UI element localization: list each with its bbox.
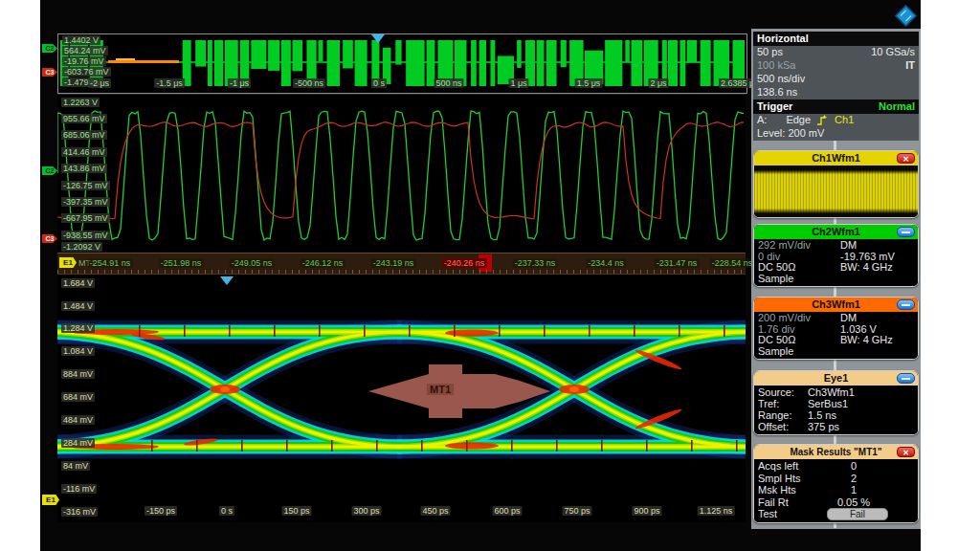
trigger-src-label: A:	[757, 114, 767, 127]
signal-info-row: 200 mV/divDM	[754, 313, 918, 324]
ch2-panel-header[interactable]: Ch2Wfm1	[754, 225, 918, 239]
axis-label: 1.4402 V	[62, 35, 100, 45]
axis-label: -234.4 ns	[586, 258, 626, 268]
axis-label: -150 ps	[145, 506, 177, 516]
timebar-tickmarks	[57, 270, 746, 274]
ch1-panel-title: Ch1Wfm1	[812, 152, 860, 164]
mask-results-panel: Mask Results "MT1" ✕ Acqs left0Smpl Hts2…	[753, 444, 919, 523]
axis-label: -316 mV	[61, 507, 98, 517]
axis-label: 450 ps	[420, 506, 450, 516]
axis-label: -251.98 ns	[159, 258, 204, 268]
axis-label: 684 mV	[61, 392, 95, 402]
ch3-panel-header[interactable]: Ch3Wfm1	[754, 298, 918, 312]
signal-info-row: DC 50ΩBW: 4 GHz	[754, 262, 918, 274]
horizontal-panel: Horizontal 50 ps 10 GSa/s 100 kSa IT 500…	[753, 32, 919, 99]
signal-info-row: 292 mV/divDM	[754, 240, 918, 252]
mask-panel-body: Acqs left0Smpl Hts2Msk Hts1Fail Rt0.05 %…	[754, 459, 918, 522]
axis-label: 564.24 mV	[62, 46, 108, 55]
resolution-value: 50 ps	[757, 46, 783, 59]
ch2-panel-body: 292 mV/divDM0 div-19.763 mVDC 50ΩBW: 4 G…	[754, 239, 918, 286]
mask-panel-header[interactable]: Mask Results "MT1" ✕	[754, 445, 918, 459]
mask-result-row: Msk Hts1	[754, 484, 918, 496]
axis-label: 900 ps	[632, 506, 661, 516]
mask-panel-title: Mask Results "MT1"	[790, 447, 881, 457]
axis-label: 284 mV	[61, 438, 95, 448]
axis-label: -243.19 ns	[371, 258, 416, 268]
trigger-title-row[interactable]: Trigger Normal	[753, 99, 919, 114]
record-length-value: 100 kSa	[757, 59, 795, 73]
axis-label: 1.484 V	[61, 301, 95, 311]
eye-badge[interactable]: E1	[42, 495, 59, 505]
axis-label: 1.5 μs	[575, 78, 603, 88]
eye-info-row: Offset:375 ps	[754, 421, 918, 432]
trigger-mode: Normal	[879, 100, 915, 113]
sample-rate-value: 10 GSa/s	[871, 46, 915, 59]
axis-label: 884 mV	[61, 369, 95, 379]
horizontal-title[interactable]: Horizontal	[753, 32, 919, 46]
axis-label: -397.35 mV	[61, 197, 110, 207]
axis-label: -2 μs	[88, 78, 111, 88]
axis-label: -19.76 mV	[62, 56, 106, 66]
waveform-diagram[interactable]: 1.2263 V955.66 mV685.06 mV414.46 mV143.8…	[57, 94, 746, 253]
axis-label: 1.084 V	[61, 346, 95, 356]
eye-trigger-marker[interactable]	[220, 276, 234, 285]
axis-label: -240.26 ns	[442, 258, 487, 268]
mask-result-row: Acqs left0	[754, 460, 918, 473]
axis-label: -237.33 ns	[513, 258, 558, 268]
axis-label: 2 μs	[648, 78, 668, 88]
axis-label: 1 μs	[508, 78, 528, 88]
ch3-minimize-button[interactable]	[897, 299, 915, 310]
axis-label: 1.684 V	[61, 278, 95, 288]
axis-label: -938.55 mV	[61, 231, 110, 240]
trigger-type: Edge	[786, 114, 811, 127]
mask-result-row: Fail Rt0.05 %	[754, 496, 918, 509]
trigger-title: Trigger	[757, 100, 792, 113]
axis-label: -500 ns	[293, 78, 325, 88]
mask-test-status-pill: Fail	[827, 508, 888, 520]
axis-label: 143.86 mV	[61, 164, 107, 173]
ch1-waveform-thumbnail[interactable]	[754, 165, 918, 217]
eye1-minimize-button[interactable]	[897, 373, 915, 384]
axis-label: -231.47 ns	[655, 258, 700, 268]
ch1-signal-panel: Ch1Wfm1 ✕	[753, 150, 919, 218]
signal-info-row: Sample	[754, 346, 918, 358]
axis-label: 750 ps	[562, 506, 591, 516]
eye1-panel-header[interactable]: Eye1	[754, 371, 918, 386]
mask-close-button[interactable]: ✕	[897, 447, 915, 457]
axis-label: 1.125 ns	[698, 506, 735, 516]
mask-test-row: TestFail	[754, 508, 918, 520]
trigger-position-marker[interactable]	[371, 34, 385, 43]
axis-label: -249.05 ns	[230, 258, 275, 268]
eye-info-row: Tref:SerBus1	[754, 398, 918, 409]
trigger-panel: Trigger Normal A: Edge Ch1 Level: 200 mV	[753, 99, 919, 141]
axis-label: 955.66 mV	[61, 114, 107, 123]
mask-test-timebar[interactable]: E1 MT1 -254.91 ns-251.98 ns-249.05 ns-24…	[57, 253, 746, 275]
axis-label: -667.95 mV	[61, 213, 110, 223]
ch2-panel-title: Ch2Wfm1	[812, 226, 860, 237]
mask-shape-label: MT1	[427, 384, 454, 395]
axis-label: 0 s	[371, 78, 387, 88]
rising-edge-icon	[816, 115, 829, 126]
ch1-close-button[interactable]: ✕	[897, 153, 915, 164]
axis-label: 600 ps	[492, 506, 522, 516]
axis-label: -228.54 ns	[710, 258, 755, 268]
eye1-panel: Eye1 Source:Ch3Wfm1Tref:SerBus1Range:1.5…	[753, 370, 919, 435]
axis-label: -603.76 mV	[62, 67, 111, 77]
axis-label: 0 s	[219, 506, 234, 516]
horizontal-position-value: 138.6 ns	[757, 86, 797, 99]
trigger-source: Ch1	[835, 114, 854, 127]
axis-label: 414.46 mV	[61, 147, 107, 157]
eye-source-badge[interactable]: E1	[59, 257, 77, 268]
axis-label: 1.284 V	[61, 323, 95, 333]
ch1-panel-header[interactable]: Ch1Wfm1 ✕	[754, 151, 918, 165]
rohde-schwarz-logo	[893, 3, 919, 29]
overview-strip[interactable]: 1.4402 V564.24 mV-19.76 mV-603.76 mV-1.4…	[57, 33, 747, 94]
ch3-signal-panel: Ch3Wfm1 200 mV/divDM1.76 div1.036 VDC 50…	[753, 297, 919, 360]
timebase-value: 500 ns/div	[757, 73, 805, 86]
eye-diagram[interactable]: MT1 1.684 V1.484 V1.284 V1.084 V884 mV68…	[57, 276, 746, 522]
oscilloscope-screen: 1.4402 V564.24 mV-19.76 mV-603.76 mV-1.4…	[0, 0, 980, 551]
ch2-minimize-button[interactable]	[897, 227, 915, 237]
axis-label: 685.06 mV	[61, 130, 107, 140]
waveform-traces	[57, 95, 746, 253]
signal-info-row: DC 50ΩBW: 4 GHz	[754, 335, 918, 346]
